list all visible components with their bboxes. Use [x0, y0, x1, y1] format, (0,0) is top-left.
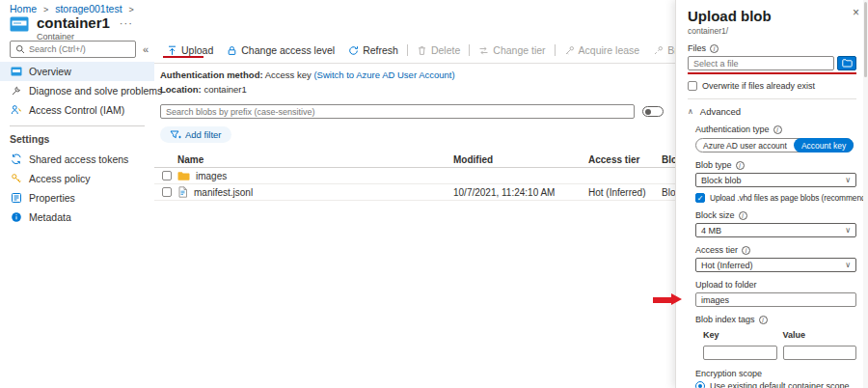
column-name[interactable]: Name [177, 154, 453, 165]
blob-index-tags-label-text: Blob index tags [695, 315, 755, 324]
radio-selected[interactable] [695, 381, 705, 388]
sidebar-item-metadata[interactable]: Metadata [0, 208, 154, 227]
change-access-level-button[interactable]: Change access level [220, 44, 341, 56]
sidebar-item-properties[interactable]: Properties [0, 188, 154, 208]
tags-value-header: Value [783, 330, 857, 340]
sidebar-item-diagnose[interactable]: Diagnose and solve problems [0, 81, 154, 100]
more-menu-button[interactable]: ··· [120, 17, 133, 29]
table-row-manifest[interactable]: manifest.jsonl 10/7/2021, 11:24:10 AM Ho… [154, 184, 675, 201]
block-size-label-text: Block size [695, 210, 735, 220]
blob-name-link[interactable]: images [196, 171, 227, 181]
breadcrumb-home[interactable]: Home [10, 3, 37, 14]
table-row-images[interactable]: images [154, 168, 675, 184]
tags-key-header: Key [703, 330, 777, 340]
sidebar-section-settings: Settings [0, 126, 154, 150]
breadcrumb-storage-account[interactable]: storage001test [55, 3, 122, 14]
sidebar-item-access-policy[interactable]: Access policy [0, 169, 154, 188]
tag-key-input[interactable] [703, 346, 777, 360]
row-checkbox[interactable] [162, 171, 172, 180]
access-tier-label: Access tier i [695, 245, 856, 255]
wrench-icon [10, 85, 22, 97]
toolbar-separator [469, 44, 470, 56]
blob-index-tags-grid: Key Value [695, 327, 856, 360]
browse-files-button[interactable] [837, 56, 856, 70]
sidebar-collapse-button[interactable]: « [143, 43, 149, 55]
vhd-checkbox-row: ✓ Upload .vhd files as page blobs (recom… [695, 193, 856, 203]
column-access-tier[interactable]: Access tier [588, 154, 662, 165]
upload-to-folder-row [695, 292, 856, 307]
annotation-red-arrow [651, 293, 682, 306]
key-icon [10, 173, 22, 184]
panel-divider [688, 98, 856, 99]
scrollbar-thumb[interactable] [864, 2, 867, 77]
trash-icon [417, 45, 427, 56]
cell-blob-type: Block blob [662, 187, 675, 198]
change-access-level-label: Change access level [241, 44, 335, 56]
column-blob-type[interactable]: Blob type [662, 154, 675, 165]
upload-button[interactable]: Upload [160, 44, 220, 56]
access-tier-select[interactable]: Hot (Inferred) ∨ [695, 258, 856, 272]
sidebar-item-overview[interactable]: Overview [0, 62, 154, 81]
command-bar: Upload Change access level Refresh Delet… [154, 42, 675, 58]
breadcrumb-separator: > [129, 5, 134, 14]
access-tier-value: Hot (Inferred) [701, 261, 753, 270]
row-checkbox[interactable] [162, 187, 172, 197]
file-picker-row [688, 56, 856, 70]
sidebar-search-input[interactable] [29, 44, 130, 54]
vhd-label: Upload .vhd files as page blobs (recomme… [710, 193, 868, 203]
person-key-icon [10, 104, 22, 116]
encryption-scope-label: Encryption scope [695, 369, 856, 378]
add-filter-button[interactable]: Add filter [160, 126, 231, 143]
encryption-default-label: Use existing default container scope [710, 381, 850, 388]
files-label-text: Files [688, 43, 706, 53]
upload-to-folder-input[interactable] [695, 292, 856, 307]
sidebar-item-shared-access-tokens[interactable]: Shared access tokens [0, 150, 154, 169]
blob-search-input[interactable] [166, 107, 629, 117]
broken-key-icon [653, 45, 664, 56]
chevron-down-icon: ∨ [845, 261, 851, 269]
refresh-button[interactable]: Refresh [341, 44, 405, 56]
sidebar-item-label: Properties [29, 192, 75, 204]
tag-value-input[interactable] [783, 346, 857, 360]
overwrite-checkbox[interactable] [688, 81, 697, 91]
close-icon[interactable]: × [853, 6, 859, 19]
info-icon: i [739, 211, 747, 220]
page-header: container1 ··· Container [10, 14, 133, 42]
sidebar-item-access-control[interactable]: Access Control (IAM) [0, 100, 154, 120]
blob-type-select[interactable]: Block blob ∨ [695, 173, 856, 187]
auth-option-azure-ad[interactable]: Azure AD user account [696, 141, 794, 151]
block-size-select[interactable]: 4 MB ∨ [695, 223, 856, 237]
column-modified[interactable]: Modified [453, 154, 588, 165]
lease-key-icon [564, 45, 575, 56]
swap-arrows-icon [478, 45, 489, 56]
vhd-checkbox[interactable]: ✓ [695, 193, 705, 203]
upload-blob-panel: × Upload blob container1/ Files i Overwr… [675, 0, 868, 388]
info-lines: Authentication method: Access key (Switc… [154, 64, 675, 97]
break-lease-button[interactable]: Break lease [646, 44, 675, 56]
info-icon: i [742, 246, 750, 255]
change-tier-label: Change tier [493, 44, 545, 56]
file-input[interactable] [693, 59, 828, 69]
panel-scrollbar[interactable] [863, 0, 868, 388]
delete-button[interactable]: Delete [410, 44, 467, 56]
advanced-section-toggle[interactable]: ∧ Advanced [688, 106, 856, 117]
show-deleted-toggle[interactable] [642, 106, 664, 117]
blob-name-link[interactable]: manifest.jsonl [194, 187, 253, 198]
auth-option-account-key[interactable]: Account key [794, 138, 854, 152]
file-input-box[interactable] [688, 56, 834, 70]
acquire-lease-button[interactable]: Acquire lease [557, 44, 647, 56]
blob-search-box[interactable] [160, 104, 635, 119]
encryption-default-option[interactable]: Use existing default container scope [695, 381, 856, 388]
change-tier-button[interactable]: Change tier [472, 44, 552, 56]
info-icon: i [710, 44, 719, 53]
location-line: Location: container1 [160, 83, 675, 97]
breadcrumb: Home > storage001test > [10, 3, 138, 14]
block-size-value: 4 MB [701, 226, 721, 236]
switch-auth-link[interactable]: (Switch to Azure AD User Account) [313, 69, 454, 80]
sidebar-item-label: Metadata [29, 211, 71, 223]
sidebar-item-label: Access policy [29, 173, 91, 184]
sidebar-search-box[interactable] [10, 41, 136, 58]
file-icon [177, 186, 188, 198]
upload-icon [167, 45, 177, 56]
access-tier-label-text: Access tier [695, 245, 738, 255]
